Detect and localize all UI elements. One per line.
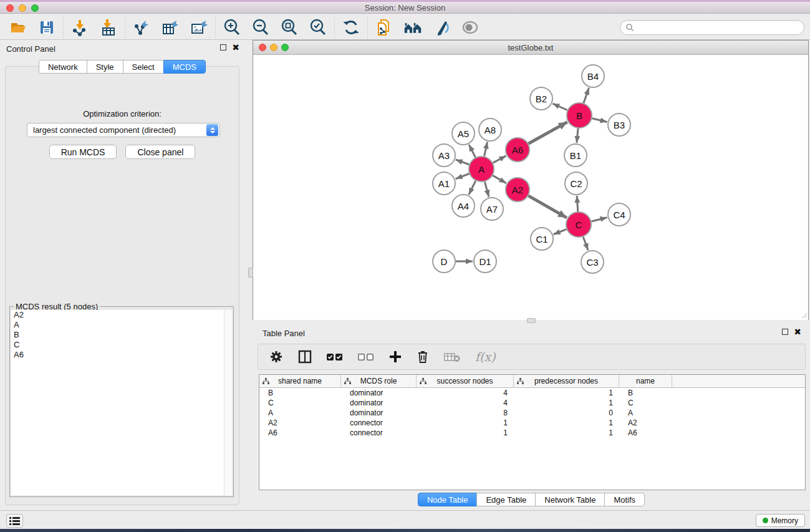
graph-edge-A-A6[interactable] [493,156,506,163]
graph-edge-C-C2[interactable] [577,196,578,211]
graph-edge-B-B2[interactable] [552,104,567,110]
table-cell: 4 [417,388,514,398]
run-mcds-button[interactable]: Run MCDS [49,145,117,159]
horizontal-splitter-grip[interactable] [527,318,536,323]
task-history-button[interactable] [6,514,23,528]
result-list-scrollbar[interactable] [224,310,232,495]
export-network-icon[interactable] [132,18,151,37]
new-network-from-selection-icon[interactable] [375,18,393,37]
column-header-predecessor-nodes[interactable]: predecessor nodes [514,375,619,387]
graph-edge-A-A2[interactable] [493,175,506,183]
graph-edge-A-A5[interactable] [469,145,475,157]
result-item[interactable]: A6 [11,350,224,360]
graph-edge-A-A8[interactable] [485,142,488,157]
tab-select[interactable]: Select [123,60,164,74]
import-network-icon[interactable] [70,18,89,37]
tab-network[interactable]: Network [39,60,87,74]
graph-edge-C-C4[interactable] [591,218,607,221]
function-builder-icon[interactable]: f(x) [475,350,496,364]
tab-edge-table[interactable]: Edge Table [476,493,536,506]
graph-edge-B-B4[interactable] [584,88,589,103]
graph-node-label-A2: A2 [512,185,523,195]
mcds-result-list[interactable]: A2ABCA6 [11,310,224,495]
result-item[interactable]: B [11,330,224,340]
criterion-dropdown[interactable]: largest connected component (directed) [27,123,220,137]
toolbar-divider [334,17,335,38]
graph-node-label-B1: B1 [570,150,581,161]
float-table-panel-icon[interactable] [782,329,788,335]
search-icon [625,23,634,32]
network-canvas[interactable]: AA6A2BCA5A8A3A1A4A7B2B4B3B1C2C4C1C3DD1 [253,56,808,320]
show-hide-eye-icon[interactable] [461,18,480,37]
table-row[interactable]: Adominator80A [259,408,805,418]
zoom-window-button[interactable] [31,4,39,12]
graph-edge-C-C1[interactable] [554,230,567,235]
close-window-button[interactable] [6,4,14,12]
graph-edge-A-A7[interactable] [485,181,488,196]
network-minimize-button[interactable] [270,44,277,51]
export-table-icon[interactable] [161,18,180,37]
tab-node-table[interactable]: Node Table [418,493,478,506]
tab-network-table[interactable]: Network Table [535,493,605,506]
delete-table-icon[interactable] [444,351,460,362]
zoom-selected-icon[interactable] [309,18,327,37]
network-zoom-button[interactable] [281,44,289,51]
deselect-all-columns-icon[interactable] [358,353,374,361]
delete-column-icon[interactable] [417,350,429,364]
minimize-window-button[interactable] [19,4,26,12]
vertical-splitter-grip[interactable] [248,268,253,278]
graph-node-label-C4: C4 [613,210,625,220]
graph-edge-A-A3[interactable] [456,160,470,165]
zoom-in-icon[interactable] [223,18,241,37]
result-item[interactable]: C [11,340,224,350]
graph-edge-B-B1[interactable] [577,128,578,143]
graph-node-label-C: C [576,220,582,230]
table-cell: A6 [619,428,672,438]
close-panel-button[interactable]: Close panel [125,145,195,159]
table-row[interactable]: Bdominator41B [259,388,805,398]
split-columns-icon[interactable] [298,350,312,364]
table-row[interactable]: A2connector11A2 [259,418,805,428]
network-window-titlebar[interactable]: testGlobe.txt [253,41,808,55]
close-table-panel-icon[interactable]: ✖ [794,329,801,335]
toolbar-divider [125,17,125,38]
show-all-networks-icon[interactable] [403,18,422,37]
select-all-columns-icon[interactable] [327,353,343,361]
table-type-tabs: Node TableEdge TableNetwork TableMotifs [253,493,810,506]
graph-edge-B-B3[interactable] [592,118,607,122]
save-session-icon[interactable] [37,18,56,37]
export-image-icon[interactable] [190,18,208,37]
column-header-shared-name[interactable]: shared name [259,375,341,387]
column-header-name[interactable]: name [619,375,672,387]
refresh-view-icon[interactable] [342,18,360,37]
tab-motifs[interactable]: Motifs [604,493,645,506]
result-item[interactable]: A2 [11,310,224,320]
add-column-icon[interactable] [389,351,402,363]
zoom-out-icon[interactable] [251,18,270,37]
graph-edge-A-A4[interactable] [469,181,476,195]
memory-button[interactable]: Memory [756,514,805,527]
float-panel-icon[interactable] [220,44,226,51]
graph-edge-A6-B[interactable] [528,122,567,144]
toggle-graphics-details-icon[interactable] [432,18,451,37]
graph-edge-A2-C[interactable] [528,196,567,218]
table-row[interactable]: Cdominator41C [259,398,805,408]
search-input[interactable] [634,23,804,32]
window-resize-grip[interactable] [801,312,808,319]
search-field[interactable] [620,20,804,35]
column-header-MCDS-role[interactable]: MCDS role [341,375,417,387]
table-settings-icon[interactable] [269,350,283,364]
zoom-fit-icon[interactable] [280,18,299,37]
graph-edge-A-A1[interactable] [456,174,470,179]
import-table-icon[interactable] [99,18,118,37]
table-cell: dominator [341,398,417,408]
tab-mcds[interactable]: MCDS [163,60,206,74]
tab-style[interactable]: Style [87,60,123,74]
close-panel-icon[interactable]: ✖ [232,44,239,51]
column-header-successor-nodes[interactable]: successor nodes [417,375,514,387]
network-close-button[interactable] [259,44,266,51]
result-item[interactable]: A [11,320,224,330]
graph-edge-C-C3[interactable] [583,237,588,251]
table-row[interactable]: A6connector11A6 [259,428,805,438]
open-session-icon[interactable] [9,18,27,37]
